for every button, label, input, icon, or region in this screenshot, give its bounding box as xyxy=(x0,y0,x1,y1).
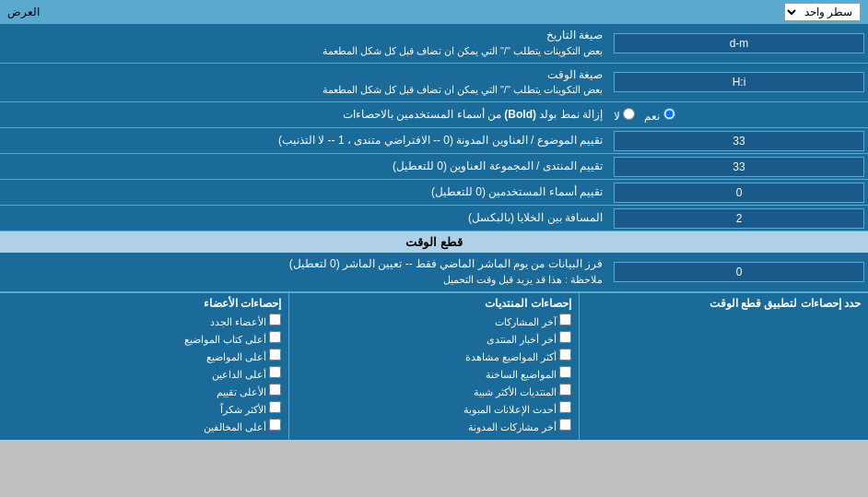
bold-remove-row: نعم لا إزالة نمط بولد (Bold) من أسماء ال… xyxy=(0,102,868,128)
checkbox-item-top-warned: أعلى المخالفين xyxy=(7,419,281,433)
checkbox-label-blog-posts: أخر مشاركات المدونة xyxy=(468,419,571,433)
top-header: سطر واحد سطرين ثلاثة أسطر العرض xyxy=(0,0,868,24)
checkbox-label-most-viewed: أكثر المواضيع مشاهدة xyxy=(465,349,571,363)
checkbox-most-viewed[interactable] xyxy=(559,349,571,361)
top-header-right-label: العرض xyxy=(7,6,40,18)
username-rating-input-container xyxy=(610,181,868,205)
cell-spacing-label: المسافة بين الخلايا (بالبكسل) xyxy=(0,207,610,230)
checkbox-top-authors[interactable] xyxy=(269,331,281,343)
username-rating-row: تقييم أسماء المستخدمين (0 للتعطيل) xyxy=(0,180,868,206)
forum-rating-input[interactable] xyxy=(614,157,864,177)
checkbox-item-forum-news: أخر أخبار المنتدى xyxy=(297,331,570,346)
main-container: سطر واحد سطرين ثلاثة أسطر العرض صيغة الت… xyxy=(0,0,868,440)
stats-apply-title: حدد إحصاءات لتطبيق قطع الوقت xyxy=(587,297,861,310)
display-select[interactable]: سطر واحد سطرين ثلاثة أسطر xyxy=(784,3,861,21)
stats-col1: إحصاءات الأعضاء الأعضاء الجدد أعلى كتاب … xyxy=(0,293,288,440)
checkbox-top-rated[interactable] xyxy=(269,384,281,396)
checkbox-ads[interactable] xyxy=(559,401,571,413)
checkbox-item-ads: أحدث الإعلانات المبوبة xyxy=(297,401,570,416)
checkbox-item-most-viewed: أكثر المواضيع مشاهدة xyxy=(297,349,570,363)
checkbox-new-members[interactable] xyxy=(269,314,281,325)
time-format-row: صيغة الوقت بعض التكوينات يتطلب "/" التي … xyxy=(0,64,868,103)
bold-remove-input-container: نعم لا xyxy=(610,106,868,124)
stats-apply-section: حدد إحصاءات لتطبيق قطع الوقت إحصاءات الم… xyxy=(0,292,868,440)
bold-radio-no[interactable] xyxy=(623,108,635,120)
date-format-input[interactable] xyxy=(614,33,864,53)
cutoff-label: فرز البيانات من يوم الماشر الماضي فقط --… xyxy=(0,253,610,291)
cutoff-section-title: قطع الوقت xyxy=(405,235,463,249)
stats-col2-header: إحصاءات المنتديات xyxy=(297,297,570,310)
topic-rating-label: تقييم الموضوع / العناوين المدونة (0 -- ا… xyxy=(0,129,610,152)
checkbox-label-top-inviters: أعلى الداعين xyxy=(212,366,281,381)
forum-rating-input-container xyxy=(610,155,868,179)
checkbox-label-ads: أحدث الإعلانات المبوبة xyxy=(463,401,571,416)
cell-spacing-row: المسافة بين الخلايا (بالبكسل) xyxy=(0,206,868,231)
bold-radio-group: نعم لا xyxy=(614,108,675,123)
time-format-input-container xyxy=(610,70,868,94)
checkbox-item-last-posts: آخر المشاركات xyxy=(297,314,570,328)
bold-radio-no-label: لا xyxy=(614,108,635,123)
time-format-label: صيغة الوقت بعض التكوينات يتطلب "/" التي … xyxy=(0,64,610,102)
cutoff-input-container xyxy=(610,260,868,284)
bold-remove-label: إزالة نمط بولد (Bold) من أسماء المستخدمي… xyxy=(0,103,610,126)
checkbox-item-hot-topics: المواضيع الساخنة xyxy=(297,366,570,381)
checkbox-top-posters[interactable] xyxy=(269,349,281,361)
checkbox-label-top-authors: أعلى كتاب المواضيع xyxy=(184,331,281,346)
cutoff-note: ملاحظة : هذا قد يزيد قبل وقت التحميل xyxy=(443,274,603,285)
checkbox-forum-news[interactable] xyxy=(559,331,571,343)
checkbox-label-most-thanked: الأكثر شكراً xyxy=(220,401,281,416)
checkbox-label-forum-news: أخر أخبار المنتدى xyxy=(487,331,571,346)
checkbox-label-popular-forums: المنتديات الأكثر شبية xyxy=(474,384,571,398)
date-format-sublabel: بعض التكوينات يتطلب "/" التي يمكن ان تضا… xyxy=(323,45,603,56)
checkbox-last-posts[interactable] xyxy=(559,314,571,325)
cutoff-section-header: قطع الوقت xyxy=(0,231,868,253)
top-header-left: سطر واحد سطرين ثلاثة أسطر xyxy=(784,3,861,21)
topic-rating-input[interactable] xyxy=(614,131,864,151)
checkbox-popular-forums[interactable] xyxy=(559,384,571,396)
stats-col2: إحصاءات المنتديات آخر المشاركات أخر أخبا… xyxy=(288,293,578,440)
time-format-input[interactable] xyxy=(614,72,864,92)
bold-radio-yes[interactable] xyxy=(663,108,675,120)
cutoff-row: فرز البيانات من يوم الماشر الماضي فقط --… xyxy=(0,253,868,292)
checkbox-item-new-members: الأعضاء الجدد xyxy=(7,314,281,328)
checkbox-top-warned[interactable] xyxy=(269,419,281,431)
checkbox-top-inviters[interactable] xyxy=(269,366,281,378)
checkbox-label-new-members: الأعضاء الجدد xyxy=(210,314,281,328)
checkbox-item-top-posters: أعلى المواضيع xyxy=(7,349,281,363)
cutoff-input[interactable] xyxy=(614,262,864,282)
checkbox-label-top-warned: أعلى المخالفين xyxy=(204,419,281,433)
topic-rating-row: تقييم الموضوع / العناوين المدونة (0 -- ا… xyxy=(0,128,868,154)
checkbox-item-top-rated: الأعلى تقييم xyxy=(7,384,281,398)
time-format-sublabel: بعض التكوينات يتطلب "/" التي يمكن ان تضا… xyxy=(323,84,603,95)
cell-spacing-input[interactable] xyxy=(614,208,864,229)
date-format-row: صيغة التاريخ بعض التكوينات يتطلب "/" الت… xyxy=(0,24,868,64)
checkbox-label-top-posters: أعلى المواضيع xyxy=(206,349,281,363)
checkbox-hot-topics[interactable] xyxy=(559,366,571,378)
stats-apply-label-col: حدد إحصاءات لتطبيق قطع الوقت xyxy=(579,293,868,440)
username-rating-input[interactable] xyxy=(614,183,864,203)
topic-rating-input-container xyxy=(610,129,868,153)
checkbox-item-top-inviters: أعلى الداعين xyxy=(7,366,281,381)
checkbox-item-popular-forums: المنتديات الأكثر شبية xyxy=(297,384,570,398)
checkbox-label-top-rated: الأعلى تقييم xyxy=(217,384,281,398)
checkbox-most-thanked[interactable] xyxy=(269,401,281,413)
checkbox-label-last-posts: آخر المشاركات xyxy=(495,314,571,328)
stats-col1-header: إحصاءات الأعضاء xyxy=(7,297,281,310)
username-rating-label: تقييم أسماء المستخدمين (0 للتعطيل) xyxy=(0,181,610,204)
date-format-label: صيغة التاريخ بعض التكوينات يتطلب "/" الت… xyxy=(0,24,610,63)
forum-rating-row: تقييم المنتدى / المجموعة العناوين (0 للت… xyxy=(0,154,868,180)
checkbox-item-most-thanked: الأكثر شكراً xyxy=(7,401,281,416)
checkbox-item-top-authors: أعلى كتاب المواضيع xyxy=(7,331,281,346)
date-format-input-container xyxy=(610,31,868,55)
bold-radio-yes-label: نعم xyxy=(644,108,674,123)
checkbox-label-hot-topics: المواضيع الساخنة xyxy=(486,366,571,381)
checkbox-item-blog-posts: أخر مشاركات المدونة xyxy=(297,419,570,433)
checkbox-blog-posts[interactable] xyxy=(559,419,571,431)
cell-spacing-input-container xyxy=(610,207,868,231)
forum-rating-label: تقييم المنتدى / المجموعة العناوين (0 للت… xyxy=(0,155,610,178)
